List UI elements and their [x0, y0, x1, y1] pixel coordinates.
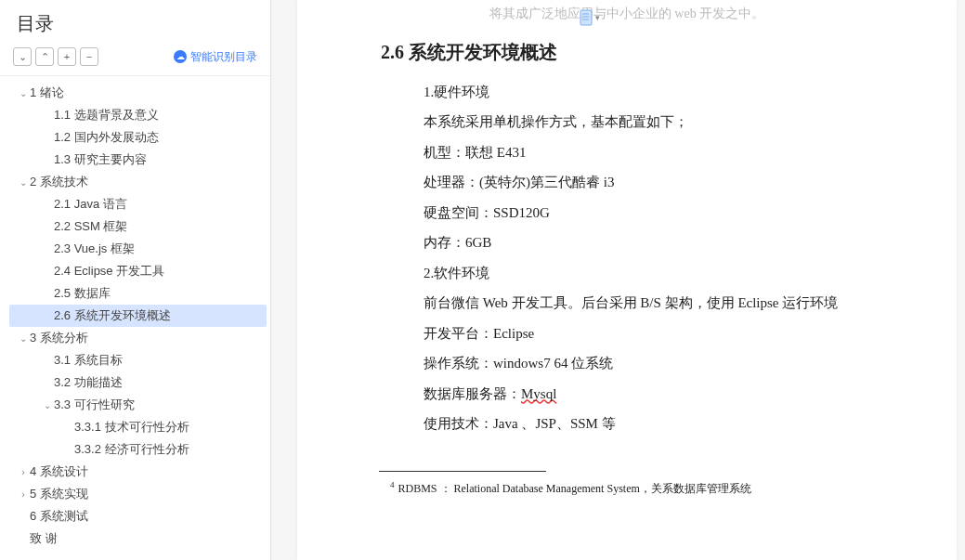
body-line: 操作系统：windows7 64 位系统	[334, 350, 919, 377]
toc-item[interactable]: 1.1 选题背景及意义	[9, 104, 267, 126]
body-line: 内存：6GB	[334, 229, 919, 256]
body-line: 硬盘空间：SSD120G	[334, 200, 919, 227]
add-level-button[interactable]: +	[58, 47, 76, 66]
toc-item[interactable]: 3.3 可行性研究	[9, 394, 267, 416]
footnote: 4RDBMS ： Relational Database Management …	[334, 477, 919, 500]
footnote-text: RDBMS ： Relational Database Management S…	[398, 482, 751, 495]
body-line: 机型：联想 E431	[334, 139, 919, 166]
toc-item[interactable]: 6 系统测试	[9, 505, 267, 527]
db-name-underlined: Mysql	[521, 386, 556, 401]
toc-item-label: 2.2 SSM 框架	[54, 218, 127, 235]
toc-item-label: 参考文献	[30, 553, 78, 554]
sidebar-header: 目录	[0, 6, 270, 44]
section-number: 2.6	[381, 42, 404, 62]
toc-item[interactable]: 3 系统分析	[9, 327, 267, 349]
toc-item-label: 4 系统设计	[30, 463, 88, 480]
body-line-db: 数据库服务器：Mysql	[334, 381, 919, 408]
toc-item[interactable]: 2.1 Java 语言	[9, 193, 267, 215]
paragraph-marker-icon[interactable]: ▾	[580, 8, 600, 27]
cloud-icon: ☁	[174, 50, 187, 63]
toc-item-label: 2.6 系统开发环境概述	[54, 307, 171, 324]
toc-item-label: 1 绪论	[30, 85, 64, 101]
toc-item-label: 2 系统技术	[30, 174, 88, 190]
toc-item-label: 3.3 可行性研究	[54, 397, 135, 413]
remove-level-button[interactable]: −	[80, 47, 98, 66]
sidebar-title: 目录	[17, 11, 54, 36]
svg-rect-0	[580, 10, 592, 25]
document-main: ▾ 将其成广泛地应用与中小企业的 web 开发之中。 2.6 系统开发环境概述 …	[271, 0, 965, 560]
chevron-right-icon[interactable]	[17, 489, 30, 500]
body-line: 本系统采用单机操作方式，基本配置如下；	[334, 109, 919, 136]
toc-item[interactable]: 2.5 数据库	[9, 282, 267, 305]
outline-sidebar: 目录 ⌄ ⌃ + − ☁ 智能识别目录 1 绪论1.1 选题背景及意义1.2 国…	[0, 0, 271, 560]
toc-item[interactable]: 3.3.1 技术可行性分析	[9, 416, 267, 438]
document-page: 将其成广泛地应用与中小企业的 web 开发之中。 2.6 系统开发环境概述 1.…	[297, 0, 957, 560]
toc-item-label: 3.3.1 技术可行性分析	[74, 419, 189, 436]
toc-tree[interactable]: 1 绪论1.1 选题背景及意义1.2 国内外发展动态1.3 研究主要内容2 系统…	[0, 76, 270, 554]
sidebar-toolbar: ⌄ ⌃ + − ☁ 智能识别目录	[0, 44, 270, 76]
body-line: 开发平台：Eclipse	[334, 320, 919, 347]
toc-item[interactable]: 1.2 国内外发展动态	[9, 126, 267, 149]
toc-item-label: 3 系统分析	[30, 330, 88, 346]
toc-item-label: 2.4 Eclipse 开发工具	[54, 263, 164, 280]
chevron-down-icon[interactable]	[17, 333, 30, 344]
toc-item[interactable]: 5 系统实现	[9, 483, 267, 505]
toc-item-label: 致 谢	[30, 530, 58, 547]
previous-page-fragment: 将其成广泛地应用与中小企业的 web 开发之中。	[334, 2, 919, 31]
toc-item[interactable]: 2.6 系统开发环境概述	[9, 305, 267, 327]
toc-item-label: 3.2 功能描述	[54, 374, 123, 391]
toc-item[interactable]: 4 系统设计	[9, 461, 267, 483]
toc-item-label: 2.3 Vue.js 框架	[54, 241, 135, 257]
toc-item[interactable]: 致 谢	[9, 527, 267, 550]
chevron-right-icon[interactable]	[17, 467, 30, 477]
chevron-down-icon[interactable]	[17, 177, 30, 188]
body-line-tech: 使用技术：Java 、JSP、SSM 等	[334, 410, 919, 437]
toc-item[interactable]: 2.4 Eclipse 开发工具	[9, 260, 267, 282]
toc-item[interactable]: 3.3.2 经济可行性分析	[9, 438, 267, 461]
smart-toc-button[interactable]: ☁ 智能识别目录	[174, 49, 257, 65]
toc-item-label: 5 系统实现	[30, 486, 88, 502]
dropdown-caret-icon: ▾	[595, 13, 600, 22]
toc-item-label: 2.1 Java 语言	[54, 196, 127, 213]
expand-down-button[interactable]: ⌄	[13, 47, 32, 66]
toc-item-label: 2.5 数据库	[54, 285, 111, 302]
toc-item[interactable]: 2 系统技术	[9, 171, 267, 193]
smart-toc-label: 智能识别目录	[190, 49, 257, 65]
toc-item-label: 1.3 研究主要内容	[54, 151, 147, 168]
toolbar-left-group: ⌄ ⌃ + −	[13, 47, 98, 66]
toc-item[interactable]: 1 绪论	[9, 82, 267, 104]
toc-item-label: 1.1 选题背景及意义	[54, 107, 159, 124]
footnote-separator	[379, 471, 546, 472]
toc-item-label: 1.2 国内外发展动态	[54, 129, 159, 146]
toc-item-label: 6 系统测试	[30, 508, 88, 525]
body-line: 2.软件环境	[334, 260, 919, 287]
body-line: 前台微信 Web 开发工具。后台采用 B/S 架构，使用 Eclipse 运行环…	[334, 290, 919, 317]
section-heading: 2.6 系统开发环境概述	[334, 31, 919, 79]
toc-item[interactable]: 2.3 Vue.js 框架	[9, 238, 267, 260]
db-line-prefix: 数据库服务器：	[424, 386, 521, 401]
toc-item[interactable]: 参考文献	[9, 550, 267, 554]
footnote-marker: 4	[390, 480, 395, 489]
chevron-down-icon[interactable]	[17, 88, 30, 98]
chevron-down-icon[interactable]	[41, 400, 54, 410]
toc-item-label: 3.3.2 经济可行性分析	[74, 441, 189, 458]
collapse-up-button[interactable]: ⌃	[35, 47, 54, 66]
section-title-text: 系统开发环境概述	[409, 42, 557, 62]
toc-item[interactable]: 2.2 SSM 框架	[9, 215, 267, 238]
toc-item[interactable]: 1.3 研究主要内容	[9, 149, 267, 171]
body-line: 1.硬件环境	[334, 79, 919, 106]
toc-item[interactable]: 3.2 功能描述	[9, 371, 267, 394]
document-content: 将其成广泛地应用与中小企业的 web 开发之中。 2.6 系统开发环境概述 1.…	[334, 0, 919, 499]
body-line: 处理器：(英特尔)第三代酷睿 i3	[334, 169, 919, 196]
toc-item-label: 3.1 系统目标	[54, 352, 123, 369]
toc-item[interactable]: 3.1 系统目标	[9, 349, 267, 371]
